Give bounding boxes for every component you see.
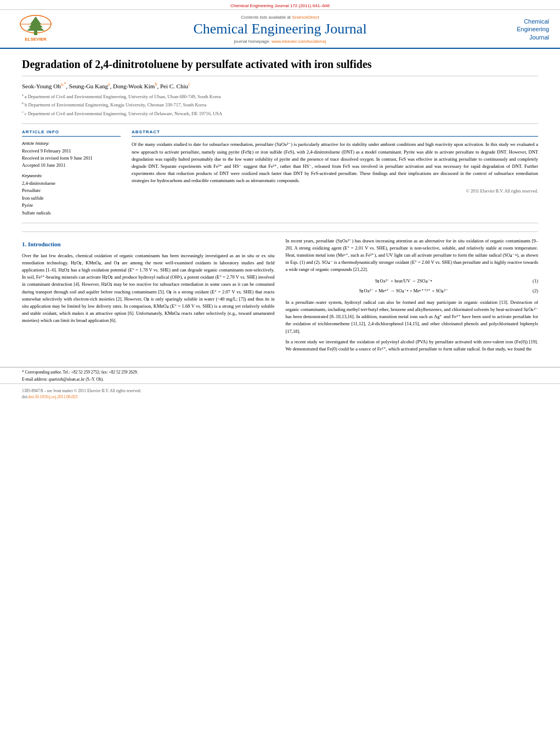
page-footer: 1385-8947/$ – see front matter © 2011 El… bbox=[0, 383, 560, 403]
equation-1-text: S₂O₈²⁻ + heat/UV → 2SO₄⁻• bbox=[286, 278, 522, 285]
intro-para3: In a persulfate–water system, hydroxyl r… bbox=[286, 299, 539, 335]
intro-para2: In recent years, persulfate (S₂O₈²⁻) has… bbox=[286, 237, 539, 274]
homepage-url[interactable]: www.elsevier.com/locate/cej bbox=[271, 39, 326, 44]
received-revised-date: Received in revised form 9 June 2011 bbox=[22, 155, 121, 162]
affiliation-c: c c Department of Civil and Environmenta… bbox=[22, 110, 538, 117]
article-info-col: ARTICLE INFO Article history: Received 9… bbox=[22, 129, 121, 217]
keyword-1: 2,4-dinitrotoluene bbox=[22, 180, 121, 188]
corresponding-author-note: * Corresponding author. Tel.: +82 52 259… bbox=[22, 370, 538, 376]
keyword-5: Sulfate radicals bbox=[22, 210, 121, 217]
email-note: E-mail address: quartzoh@ulsan.ac.kr (S.… bbox=[22, 377, 538, 383]
header-area: ELSEVIER Contents lists available at Sci… bbox=[0, 10, 560, 49]
header-center: Contents lists available at ScienceDirec… bbox=[60, 15, 500, 44]
equation-1-row: S₂O₈²⁻ + heat/UV → 2SO₄⁻• (1) bbox=[286, 278, 539, 285]
body-columns: 1. Introduction Over the last few decade… bbox=[22, 237, 538, 356]
equation-2-row: S₂O₈²⁻ + Meⁿ⁺ → SO₄⁻• + Meⁿ⁺⁺¹⁺ + SO₄²⁻ … bbox=[286, 287, 539, 295]
footer-doi: doi:doi:10.1016/j.cej.2011.06.023 bbox=[22, 394, 538, 399]
header-left: ELSEVIER bbox=[11, 14, 60, 44]
affiliations: a a Department of Civil and Environmenta… bbox=[22, 93, 538, 117]
top-banner: Chemical Engineering Journal 172 (2011) … bbox=[0, 0, 560, 10]
svg-text:ELSEVIER: ELSEVIER bbox=[25, 37, 47, 42]
equation-2-num: (2) bbox=[522, 287, 538, 295]
header-right: Chemical Engineering Journal bbox=[500, 18, 549, 41]
history-heading: Article history: bbox=[22, 141, 121, 146]
copyright-line: © 2011 Elsevier B.V. All rights reserved… bbox=[132, 189, 538, 194]
journal-title-main: Chemical Engineering Journal bbox=[66, 21, 494, 37]
svg-rect-6 bbox=[34, 31, 37, 35]
keywords-section: Keywords: 2,4-dinitrotoluene Persulfate … bbox=[22, 173, 121, 217]
equation-1-num: (1) bbox=[522, 278, 538, 285]
intro-para4: In a recent study we investigated the ox… bbox=[286, 338, 539, 353]
introduction-heading: 1. Introduction bbox=[22, 240, 275, 249]
article-title: Degradation of 2,4-dinitrotoluene by per… bbox=[22, 57, 538, 76]
journal-title-side: Chemical Engineering Journal bbox=[500, 18, 549, 41]
elsevier-logo: ELSEVIER bbox=[14, 14, 58, 44]
doi-value[interactable]: doi:10.1016/j.cej.2011.06.023 bbox=[29, 394, 78, 399]
article-info-abstract-section: ARTICLE INFO Article history: Received 9… bbox=[22, 123, 538, 223]
sciencedirect-brand[interactable]: ScienceDirect bbox=[292, 15, 319, 20]
page-wrapper: Chemical Engineering Journal 172 (2011) … bbox=[0, 0, 560, 741]
homepage-link: journal homepage: www.elsevier.com/locat… bbox=[66, 39, 494, 44]
keyword-4: Pyrite bbox=[22, 202, 121, 210]
affiliation-b: b b Department of Environmental Engineer… bbox=[22, 101, 538, 109]
equation-2-text: S₂O₈²⁻ + Meⁿ⁺ → SO₄⁻• + Meⁿ⁺⁺¹⁺ + SO₄²⁻ bbox=[286, 287, 522, 295]
history-section: Article history: Received 9 February 201… bbox=[22, 141, 121, 168]
authors: Seok-Young Oha,*, Seung-Gu Kanga, Dong-W… bbox=[22, 82, 538, 89]
keywords-heading: Keywords: bbox=[22, 173, 121, 178]
received-date: Received 9 February 2011 bbox=[22, 148, 121, 155]
affiliation-a: a a Department of Civil and Environmenta… bbox=[22, 93, 538, 100]
sciencedirect-text: Contents lists available at ScienceDirec… bbox=[66, 15, 494, 20]
accepted-date: Accepted 10 June 2011 bbox=[22, 162, 121, 169]
main-content: Degradation of 2,4-dinitrotoluene by per… bbox=[0, 49, 560, 364]
abstract-label: ABSTRACT bbox=[132, 129, 538, 137]
doi-label: doi: bbox=[22, 394, 29, 399]
abstract-col: ABSTRACT Of the many oxidants studied to… bbox=[132, 129, 538, 217]
intro-para1: Over the last few decades, chemical oxid… bbox=[22, 252, 275, 325]
journal-ref: Chemical Engineering Journal 172 (2011) … bbox=[0, 3, 560, 8]
keyword-3: Iron sulfide bbox=[22, 195, 121, 202]
body-col-left: 1. Introduction Over the last few decade… bbox=[22, 237, 275, 356]
footnote-area: * Corresponding author. Tel.: +82 52 259… bbox=[0, 367, 560, 382]
article-info-label: ARTICLE INFO bbox=[22, 129, 121, 137]
body-col-right: In recent years, persulfate (S₂O₈²⁻) has… bbox=[286, 237, 539, 356]
keyword-2: Persulfate bbox=[22, 187, 121, 195]
section-divider bbox=[22, 231, 538, 232]
equations-area: S₂O₈²⁻ + heat/UV → 2SO₄⁻• (1) S₂O₈²⁻ + M… bbox=[286, 278, 539, 294]
footer-issn: 1385-8947/$ – see front matter © 2011 El… bbox=[22, 388, 538, 393]
abstract-text: Of the many oxidants studied to date for… bbox=[132, 141, 538, 184]
